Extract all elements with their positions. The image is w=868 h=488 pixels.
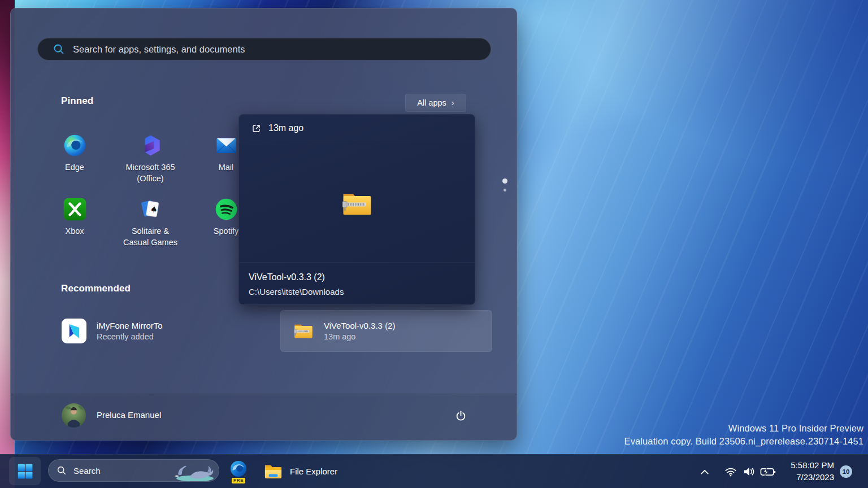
start-button[interactable]	[9, 457, 41, 485]
pinned-app-label: Solitaire & Casual Games	[119, 225, 181, 248]
pinned-app-solitaire[interactable]: ♠ Solitaire & Casual Games	[119, 197, 181, 248]
pinned-app-label: Spotify	[214, 225, 238, 237]
recommended-item-imyfone-mirrorto[interactable]: iMyFone MirrorTo Recently added	[62, 310, 272, 352]
recommended-item-sublabel: 13m ago	[324, 332, 395, 341]
notification-count-badge[interactable]: 10	[840, 465, 852, 478]
page-dot[interactable]	[504, 189, 506, 191]
solitaire-icon: ♠	[138, 197, 163, 221]
start-search-input[interactable]: Search for apps, settings, and documents	[37, 38, 491, 60]
tray-wifi-icon[interactable]	[724, 465, 737, 478]
pinned-section-title: Pinned	[61, 95, 93, 107]
flyout-divider	[239, 262, 475, 263]
edge-preview-icon	[229, 460, 248, 478]
page-dot-active[interactable]	[502, 178, 507, 184]
microsoft-365-icon	[138, 133, 163, 158]
recommended-section-title: Recommended	[61, 283, 131, 294]
file-explorer-label: File Explorer	[290, 467, 337, 476]
flyout-file-name: ViVeTool-v0.3.3 (2)	[249, 272, 325, 282]
all-apps-label: All apps	[417, 98, 446, 107]
power-icon	[454, 409, 467, 422]
user-avatar[interactable]	[62, 403, 86, 428]
insider-watermark: Windows 11 Pro Insider Preview Evaluatio…	[624, 422, 863, 448]
taskbar-file-explorer[interactable]: File Explorer	[259, 458, 342, 484]
pinned-app-label: Microsoft 365 (Office)	[119, 162, 181, 184]
tray-volume-icon[interactable]	[741, 465, 756, 478]
spotify-icon	[214, 197, 238, 221]
watermark-line1: Windows 11 Pro Insider Preview	[624, 422, 863, 435]
watermark-line2: Evaluation copy. Build 23506.ni_prerelea…	[624, 435, 863, 448]
tray-date: 7/23/2023	[782, 472, 834, 483]
start-menu-footer: Preluca Emanuel	[11, 394, 517, 440]
recommended-item-label: iMyFone MirrorTo	[97, 321, 163, 330]
zip-folder-icon-large	[341, 190, 373, 217]
flyout-divider	[239, 142, 475, 142]
pinned-app-label: Edge	[65, 162, 84, 173]
svg-text:♠: ♠	[149, 204, 158, 215]
recent-file-flyout[interactable]: 13m ago ViVeTool-v0.3.3 (2) C:\Users\its…	[238, 114, 475, 305]
taskbar-search-box[interactable]: Search	[48, 459, 219, 482]
search-highlight-art	[169, 459, 219, 482]
tray-clock[interactable]: 5:58:02 PM 7/23/2023	[782, 460, 834, 483]
flyout-file-path: C:\Users\itste\Downloads	[249, 287, 344, 297]
tray-chevron-up-icon[interactable]	[700, 466, 710, 477]
user-name: Preluca Emanuel	[97, 410, 161, 420]
pre-badge: PRE	[232, 478, 245, 483]
all-apps-button[interactable]: All apps ›	[405, 94, 466, 112]
xbox-icon	[63, 197, 87, 221]
search-icon	[57, 465, 67, 476]
chevron-right-icon: ›	[452, 98, 454, 107]
recommended-item-vivetool[interactable]: ViVeTool-v0.3.3 (2) 13m ago	[280, 310, 492, 352]
pinned-app-microsoft-365[interactable]: Microsoft 365 (Office)	[119, 133, 181, 184]
tray-battery-charging-icon[interactable]	[760, 467, 776, 477]
taskbar-edge-preview[interactable]: PRE	[228, 460, 249, 483]
power-button[interactable]	[450, 407, 471, 425]
zip-folder-icon	[293, 321, 314, 341]
search-icon	[53, 43, 65, 55]
recommended-item-sublabel: Recently added	[97, 332, 163, 341]
pinned-app-label: Xbox	[65, 225, 84, 237]
pinned-app-edge[interactable]: Edge	[44, 133, 106, 173]
taskbar: Search PRE	[0, 454, 868, 488]
windows-logo-icon	[17, 463, 33, 480]
pinned-app-xbox[interactable]: Xbox	[44, 197, 106, 237]
taskbar-search-label: Search	[73, 466, 169, 476]
flyout-timestamp: 13m ago	[268, 123, 303, 133]
file-explorer-icon	[263, 461, 283, 481]
start-search-placeholder: Search for apps, settings, and documents	[73, 44, 245, 55]
mail-icon	[214, 133, 238, 158]
imyfone-mirrorto-icon	[62, 319, 86, 343]
flyout-header: 13m ago	[239, 115, 475, 142]
pinned-app-label: Mail	[219, 162, 234, 173]
open-external-icon	[251, 123, 262, 134]
pinned-page-indicator[interactable]	[500, 178, 509, 191]
edge-icon	[63, 133, 87, 158]
tray-time: 5:58:02 PM	[782, 460, 834, 472]
recommended-item-label: ViVeTool-v0.3.3 (2)	[324, 321, 395, 330]
